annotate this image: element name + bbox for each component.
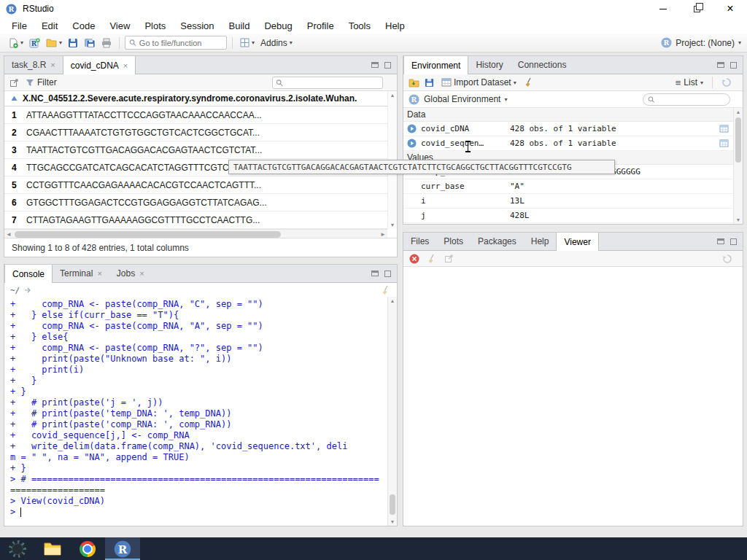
- table-row[interactable]: 2 CGAACTTTAAAATCTGTGTGGCTGTCACTCGGCTGCAT…: [4, 124, 387, 141]
- minimize-pane-icon[interactable]: [371, 271, 379, 276]
- chrome-button[interactable]: [70, 537, 105, 560]
- maximize-button[interactable]: [680, 0, 713, 18]
- scroll-right-icon[interactable]: ►: [380, 231, 386, 238]
- refresh-icon[interactable]: [722, 254, 732, 264]
- clear-workspace-icon[interactable]: [524, 77, 534, 88]
- sequence-cell[interactable]: CGAACTTTAAAATCTGTGTGGCTGTCACTCGGCTGCAT..…: [26, 128, 260, 138]
- menu-item[interactable]: Tools: [341, 18, 378, 34]
- sequence-cell[interactable]: TAATTACTGTCGTTGACAGGACACGAGTAACTCGTCTAT.…: [26, 145, 262, 155]
- clear-console-icon[interactable]: [381, 285, 391, 295]
- sequence-cell[interactable]: ATTAAAGGTTTATACCTTCCCAGGTAACAAACCAACCAA.…: [26, 110, 262, 120]
- minimize-pane-icon[interactable]: [371, 62, 379, 68]
- maximize-pane-icon[interactable]: [384, 271, 391, 277]
- menu-item[interactable]: File: [4, 18, 34, 34]
- scroll-up-icon[interactable]: ▲: [388, 298, 397, 303]
- tab-plots[interactable]: Plots: [436, 233, 471, 250]
- minimize-pane-icon[interactable]: [717, 62, 724, 68]
- scrollbar-thumb[interactable]: [735, 117, 741, 163]
- menu-item[interactable]: Session: [173, 18, 221, 34]
- vertical-scrollbar[interactable]: ▲ ▼: [387, 297, 397, 526]
- save-workspace-icon[interactable]: [425, 78, 434, 88]
- sequence-cell[interactable]: CCTGGTTTCAACGAGAAAACACACGTCCAACTCAGTTT..…: [26, 180, 261, 190]
- tab-close-icon[interactable]: ×: [97, 269, 101, 278]
- view-table-icon[interactable]: [719, 125, 729, 133]
- tab-environment[interactable]: Environment: [403, 56, 468, 74]
- environment-data-row[interactable]: covid_cDNA 428 obs. of 1 variable: [403, 122, 733, 136]
- tab-connections[interactable]: Connections: [511, 56, 574, 74]
- load-workspace-icon[interactable]: [409, 78, 419, 88]
- tab-help[interactable]: Help: [524, 233, 557, 250]
- import-dataset-button[interactable]: Import Dataset ▾: [439, 74, 519, 90]
- menu-item[interactable]: Edit: [34, 18, 65, 34]
- save-all-button[interactable]: [82, 35, 98, 51]
- maximize-pane-icon[interactable]: [730, 238, 737, 245]
- scroll-down-icon[interactable]: ▼: [388, 222, 397, 228]
- tab-packages[interactable]: Packages: [471, 233, 524, 250]
- popout-icon[interactable]: [444, 254, 454, 263]
- sequence-cell[interactable]: TTGCAGCCGATCATCAGCACATCTAGGTTTCGTCCG...: [26, 163, 249, 173]
- start-button[interactable]: [0, 537, 35, 560]
- scrollbar-thumb[interactable]: [15, 231, 281, 238]
- scroll-left-icon[interactable]: ◄: [6, 231, 12, 238]
- popout-icon[interactable]: [9, 78, 19, 88]
- tab-history[interactable]: History: [468, 56, 510, 74]
- tab-task-8-r[interactable]: task_8.R ×: [4, 56, 63, 74]
- table-row[interactable]: 5 CCTGGTTTCAACGAGAAAACACACGTCCAACTCAGTTT…: [4, 176, 387, 194]
- goto-file-input[interactable]: [139, 39, 222, 47]
- refresh-icon[interactable]: [721, 77, 732, 88]
- scroll-down-icon[interactable]: ▼: [388, 519, 397, 524]
- minimize-button[interactable]: [646, 0, 680, 18]
- tab-files[interactable]: Files: [403, 233, 436, 250]
- menu-item[interactable]: Help: [378, 18, 412, 34]
- minimize-pane-icon[interactable]: [717, 238, 724, 244]
- addins-button[interactable]: Addins ▾: [258, 35, 295, 51]
- maximize-pane-icon[interactable]: [730, 62, 737, 69]
- scroll-down-icon[interactable]: ▼: [734, 217, 743, 222]
- table-search-input[interactable]: [286, 78, 379, 87]
- tab-covid-cdna[interactable]: covid_cDNA ×: [63, 56, 136, 74]
- scroll-up-icon[interactable]: ▲: [734, 109, 743, 114]
- tab-close-icon[interactable]: ×: [139, 269, 144, 278]
- tab-terminal[interactable]: Terminal×: [53, 265, 109, 282]
- menu-item[interactable]: Profile: [300, 18, 341, 34]
- global-environment-dropdown[interactable]: Global Environment ▾: [424, 94, 507, 104]
- table-column-header[interactable]: X.NC_045512.2.Severe.acute.respiratory.s…: [4, 91, 387, 106]
- vertical-scrollbar[interactable]: ▲ ▼: [733, 108, 743, 224]
- new-project-button[interactable]: R: [27, 35, 42, 51]
- filter-button[interactable]: Filter: [26, 77, 57, 88]
- panes-layout-button[interactable]: ▾: [238, 35, 257, 51]
- view-table-icon[interactable]: [719, 139, 729, 147]
- close-button[interactable]: ×: [713, 0, 747, 18]
- menu-item[interactable]: View: [102, 18, 137, 34]
- scroll-up-icon[interactable]: ▲: [388, 93, 397, 98]
- sequence-cell[interactable]: CTTAGTAGAAGTTGAAAAAGGCGTTTTGCCTCAACTTG..…: [26, 215, 260, 225]
- tab-console[interactable]: Console: [4, 265, 53, 283]
- maximize-pane-icon[interactable]: [384, 62, 391, 69]
- table-row[interactable]: 7 CTTAGTAGAAGTTGAAAAAGGCGTTTTGCCTCAACTTG…: [4, 211, 387, 229]
- environment-search-input[interactable]: [658, 95, 725, 104]
- tab-close-icon[interactable]: ×: [50, 61, 55, 69]
- open-file-button[interactable]: ▾: [44, 35, 64, 51]
- table-row[interactable]: 6 GTGGCTTTGGAGACTCCGTGGAGGAGGTCTTATCAGAG…: [4, 194, 387, 211]
- print-button[interactable]: [99, 35, 114, 51]
- menu-item[interactable]: Code: [65, 18, 102, 34]
- clear-viewer-icon[interactable]: [427, 254, 437, 264]
- tab-close-icon[interactable]: ×: [123, 61, 128, 70]
- new-file-button[interactable]: ▾: [6, 35, 26, 51]
- menu-item[interactable]: Plots: [137, 18, 173, 34]
- remove-viewer-icon[interactable]: [409, 254, 419, 264]
- table-row[interactable]: 3 TAATTACTGTCGTTGACAGGACACGAGTAACTCGTCTA…: [4, 141, 387, 159]
- save-button[interactable]: [66, 35, 80, 51]
- menu-item[interactable]: Debug: [257, 18, 299, 34]
- tab-viewer[interactable]: Viewer: [556, 233, 598, 251]
- menu-item[interactable]: Build: [222, 18, 258, 34]
- project-menu-button[interactable]: R Project: (None) ▾: [661, 37, 741, 48]
- expand-icon[interactable]: [407, 124, 417, 133]
- expand-icon[interactable]: [407, 139, 417, 148]
- scrollbar-thumb[interactable]: [390, 494, 395, 515]
- list-view-button[interactable]: ≡ List ▾: [676, 77, 703, 88]
- goto-directory-icon[interactable]: [24, 287, 31, 294]
- table-row[interactable]: 1 ATTAAAGGTTTATACCTTCCCAGGTAACAAACCAACCA…: [4, 106, 387, 124]
- console-output[interactable]: + comp_RNA <- paste(comp_RNA, "C", sep =…: [4, 298, 387, 526]
- environment-data-row[interactable]: covid_sequen… 428 obs. of 1 variable: [403, 136, 733, 151]
